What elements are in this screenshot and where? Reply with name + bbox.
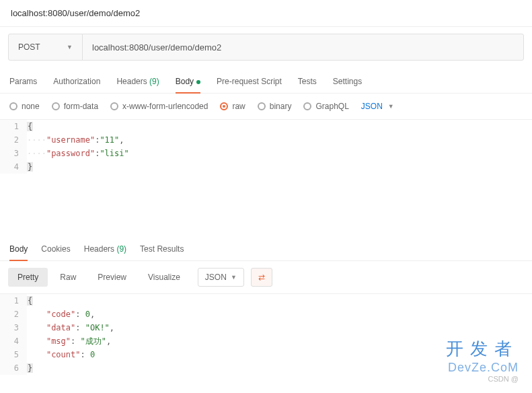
response-format-selector[interactable]: JSON▼ (198, 268, 244, 287)
url-input[interactable] (83, 34, 523, 60)
body-type-form-data[interactable]: form-data (52, 102, 98, 111)
radio-icon (52, 102, 60, 110)
modified-dot-icon (196, 80, 200, 84)
body-type-raw[interactable]: raw (220, 102, 245, 111)
radio-label: binary (270, 102, 292, 111)
code-line[interactable]: { (27, 294, 532, 308)
tab-settings[interactable]: Settings (333, 73, 362, 93)
radio-label: x-www-form-urlencoded (122, 102, 208, 111)
header-url: localhost:8080/user/demo/demo2 (0, 0, 532, 27)
code-line[interactable]: ····"username":"11", (27, 133, 532, 147)
tab-count: (9) (114, 244, 126, 254)
code-line[interactable]: "msg": "成功", (27, 334, 532, 348)
view-pretty[interactable]: Pretty (8, 268, 48, 287)
request-bar: POST ▼ (8, 34, 524, 61)
resp-tab-test-results[interactable]: Test Results (140, 240, 184, 260)
code-line[interactable]: } (27, 361, 532, 375)
radio-icon (9, 102, 17, 110)
view-raw[interactable]: Raw (50, 268, 85, 287)
line-number: 3 (0, 147, 27, 160)
tab-body[interactable]: Body (176, 73, 200, 93)
radio-label: none (22, 102, 40, 111)
line-number: 5 (0, 348, 27, 361)
radio-label: GraphQL (315, 102, 348, 111)
line-number: 2 (0, 308, 27, 321)
body-type-none[interactable]: none (9, 102, 40, 111)
request-tabs: ParamsAuthorizationHeaders (9)BodyPre-re… (0, 67, 532, 94)
code-line[interactable]: "data": "OK!", (27, 321, 532, 334)
method-selector[interactable]: POST ▼ (9, 34, 83, 60)
radio-icon (110, 102, 118, 110)
format-label: JSON (361, 102, 383, 111)
radio-icon (220, 102, 228, 110)
chevron-down-icon: ▼ (67, 44, 73, 50)
line-number: 4 (0, 160, 27, 174)
tab-tests[interactable]: Tests (298, 73, 317, 93)
tab-params[interactable]: Params (9, 73, 37, 93)
body-type-row: noneform-datax-www-form-urlencodedrawbin… (0, 94, 532, 119)
radio-label: raw (232, 102, 245, 111)
resp-tab-headers[interactable]: Headers (9) (84, 240, 126, 260)
response-tabs: BodyCookiesHeaders (9)Test Results (0, 234, 532, 261)
radio-label: form-data (64, 102, 98, 111)
tab-count: (9) (147, 77, 159, 86)
code-line[interactable]: "count": 0 (27, 348, 532, 361)
response-body-editor: 1{2 "code": 0,3 "data": "OK!",4 "msg": "… (0, 293, 532, 375)
resp-tab-body[interactable]: Body (9, 240, 28, 260)
code-line[interactable]: "code": 0, (27, 308, 532, 321)
view-mode-bar: PrettyRawPreviewVisualizeJSON▼⇄ (0, 261, 532, 293)
radio-icon (303, 102, 311, 110)
code-line[interactable]: { (27, 120, 532, 133)
resp-tab-cookies[interactable]: Cookies (41, 240, 70, 260)
tab-authorization[interactable]: Authorization (53, 73, 100, 93)
body-type-binary[interactable]: binary (258, 102, 292, 111)
code-line[interactable]: ····"password":"lisi" (27, 147, 532, 160)
body-format-selector[interactable]: JSON▼ (361, 102, 394, 111)
line-number: 1 (0, 294, 27, 308)
view-visualize[interactable]: Visualize (139, 268, 190, 287)
line-number: 6 (0, 361, 27, 375)
tab-pre-request-script[interactable]: Pre-request Script (217, 73, 282, 93)
format-label: JSON (205, 273, 227, 282)
chevron-down-icon: ▼ (388, 103, 394, 110)
line-number: 2 (0, 133, 27, 147)
view-preview[interactable]: Preview (88, 268, 136, 287)
line-number: 1 (0, 120, 27, 133)
line-number: 3 (0, 321, 27, 334)
body-type-GraphQL[interactable]: GraphQL (303, 102, 348, 111)
line-number: 4 (0, 334, 27, 348)
chevron-down-icon: ▼ (231, 274, 237, 281)
radio-icon (258, 102, 266, 110)
wrap-lines-button[interactable]: ⇄ (251, 268, 272, 287)
method-label: POST (18, 42, 40, 52)
body-type-x-www-form-urlencoded[interactable]: x-www-form-urlencoded (110, 102, 208, 111)
request-body-editor[interactable]: 1{2····"username":"11",3····"password":"… (0, 119, 532, 220)
code-line[interactable]: } (27, 160, 532, 174)
tab-headers[interactable]: Headers (9) (116, 73, 159, 93)
